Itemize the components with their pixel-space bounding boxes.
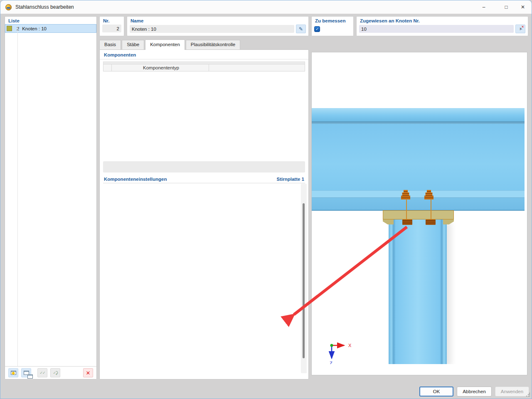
ok-button[interactable]: OK [419,387,453,397]
table-header-check-col [103,64,112,71]
bolt-shaft [406,199,407,219]
uncheck-all-icon: ✓⤸ [53,371,58,375]
liste-toolbar: ✓✓✓⤸✕ [5,366,96,379]
new-connection-button[interactable] [8,368,18,377]
scrollbar-thumb[interactable] [303,203,305,358]
end-plate-3d [383,210,454,219]
zugewiesen-card: Zugewiesen an Knoten Nr. 10 ✕ ➤ [356,16,528,36]
edit-icon: ✎ [299,26,303,32]
tab-basis[interactable]: Basis [99,40,121,49]
cursor-icon: ➤ [517,26,523,31]
plate-chamfer-left [383,219,394,224]
beam-3d [312,108,525,211]
window-title: Stahlanschluss bearbeiten [15,4,74,10]
copy-icon [24,371,29,375]
liste-panel: Liste 2 Knoten : 10 ✓✓✓⤸✕ [5,16,97,379]
main-panel: Komponenten Komponententyp Komponentenei… [99,49,309,379]
liste-column-divider [17,26,18,366]
nr-label: Nr. [102,18,121,25]
delete-icon: ✕ [86,370,91,376]
nr-value: 2 [102,25,121,32]
liste-item-name: Knoten : 10 [21,26,47,31]
bolt-nut [426,219,436,225]
name-card: Name Knoten : 10 ✎ [127,16,309,36]
select-nodes-button[interactable]: ✕ ➤ [515,25,525,33]
komponenten-title: Komponenten [104,52,136,57]
nr-card: Nr. 2 [99,16,124,36]
resize-grip[interactable] [526,393,530,397]
check-all-icon: ✓✓ [39,371,45,375]
liste-list: 2 Knoten : 10 [5,24,96,33]
minimize-button[interactable]: – [475,0,493,14]
viewport-3d[interactable]: X Z [311,52,527,375]
zu-bemessen-label: Zu bemessen [314,18,351,25]
zu-bemessen-card: Zu bemessen ✓ [311,16,354,36]
bolt-nut [402,219,412,225]
tab-plausibilitaetskontrolle[interactable]: Plausibilitätskontrolle [186,40,240,49]
new-connection-icon [11,371,16,375]
komponenten-toolbar [103,161,305,172]
komponenten-table-header: Komponententyp [103,64,305,71]
zugewiesen-label: Zugewiesen an Knoten Nr. [359,18,525,25]
zu-bemessen-checkbox[interactable]: ✓ [314,26,320,32]
liste-header: Liste [5,17,96,24]
titlebar: Stahlanschluss bearbeiten [0,0,532,14]
apply-button[interactable]: Anwenden [495,387,529,397]
tab-staebe[interactable]: Stäbe [122,40,144,49]
cancel-button[interactable]: Abbrechen [457,387,492,397]
delete-all-button[interactable]: ✕ [83,368,93,377]
edit-name-button[interactable]: ✎ [296,25,306,33]
maximize-button[interactable]: □ [498,0,515,14]
settings-scrollbar[interactable] [301,184,307,373]
check-all-button[interactable]: ✓✓ [37,368,47,377]
komponenten-table: Komponententyp [103,62,305,71]
app-icon [5,4,12,10]
close-button[interactable]: ✕ [514,0,532,14]
zugewiesen-input[interactable]: 10 [359,25,514,33]
viewport-toolbar [312,364,527,375]
table-header-komponententyp: Komponententyp [112,64,209,71]
axis-x-label: X [348,343,352,348]
tab-bar: BasisStäbeKomponentenPlausibilitätskontr… [99,40,241,50]
liste-item[interactable]: 2 Knoten : 10 [5,24,96,33]
name-label: Name [130,18,306,25]
bolt-shaft [431,199,431,219]
uncheck-all-button[interactable]: ✓⤸ [50,368,60,377]
navigation-cube[interactable] [496,61,516,81]
copy-connection-button[interactable] [21,368,31,377]
tab-komponenten[interactable]: Komponenten [145,39,185,50]
einstellungen-title: Komponenteneinstellungen [104,177,167,182]
connection-color-swatch [7,26,12,31]
name-input[interactable]: Knoten : 10 [130,25,294,33]
einstellungen-component: Stirnplatte 1 [277,177,304,182]
plate-chamfer-right [443,219,454,224]
column-3d [389,219,447,365]
